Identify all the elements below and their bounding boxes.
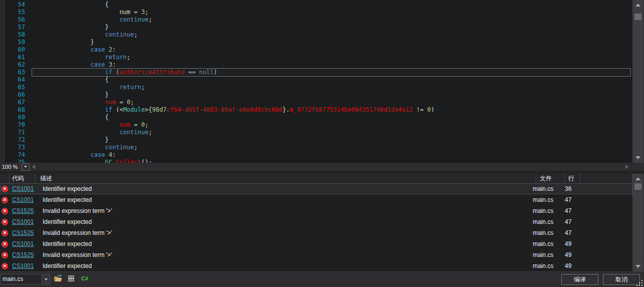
error-code-cell: CS1001 bbox=[10, 196, 38, 203]
code-line-60[interactable]: 60 case 2: bbox=[0, 46, 632, 54]
file-selector-combobox[interactable]: main.cs bbox=[0, 274, 50, 284]
open-folder-icon[interactable] bbox=[54, 274, 63, 282]
error-code-cell: CS1525 bbox=[10, 207, 38, 214]
code-text: case 3: bbox=[25, 61, 116, 69]
editor-horizontal-scrollbar[interactable]: 100 % bbox=[0, 163, 644, 171]
code-text: case 2: bbox=[25, 46, 116, 54]
error-line: 47 bbox=[561, 218, 580, 225]
error-code-cell: CS1001 bbox=[10, 185, 38, 192]
csharp-icon[interactable]: C# bbox=[80, 274, 89, 282]
error-file: main.cs bbox=[529, 207, 561, 214]
error-code-link[interactable]: CS1001 bbox=[12, 240, 34, 247]
error-code-link[interactable]: CS1001 bbox=[12, 196, 34, 203]
error-row[interactable]: ✕CS1525Invalid expression term '>'main.c… bbox=[0, 205, 632, 216]
error-code-link[interactable]: CS1001 bbox=[12, 262, 34, 269]
code-lines[interactable]: 54 {55 num = 3;56 continue;57 }58 contin… bbox=[0, 1, 632, 163]
error-list-vertical-scrollbar[interactable] bbox=[632, 174, 643, 271]
scroll-up-icon[interactable] bbox=[632, 1, 643, 9]
code-line-65[interactable]: 65 return; bbox=[0, 84, 632, 91]
code-line-63[interactable]: 63 if (authorizeAttribute == null) bbox=[0, 69, 632, 76]
resize-grip[interactable] bbox=[636, 280, 642, 286]
code-line-64[interactable]: 64 { bbox=[0, 76, 632, 84]
cancel-button[interactable]: 取消 bbox=[603, 274, 640, 285]
code-text: continue; bbox=[25, 129, 152, 136]
error-code-link[interactable]: CS1001 bbox=[12, 218, 34, 225]
error-icon: ✕ bbox=[2, 252, 8, 258]
header-line[interactable]: 行 bbox=[565, 174, 580, 183]
header-blank bbox=[580, 174, 632, 183]
error-file: main.cs bbox=[529, 196, 561, 203]
error-row[interactable]: ✕CS1001Identifier expectedmain.cs47 bbox=[0, 216, 632, 227]
error-row[interactable]: ✕CS1001Identifier expectedmain.cs49 bbox=[0, 238, 632, 249]
code-line-67[interactable]: 67 num = 0; bbox=[0, 99, 632, 106]
error-code-cell: CS1525 bbox=[10, 229, 38, 236]
line-number: 64 bbox=[0, 76, 25, 84]
zoom-level-combobox[interactable]: 100 % bbox=[0, 163, 30, 171]
line-number: 61 bbox=[0, 54, 25, 61]
assembly-references-icon[interactable] bbox=[67, 274, 76, 282]
header-code[interactable]: 代码 bbox=[10, 174, 36, 183]
header-description[interactable]: 描述 bbox=[36, 174, 536, 183]
error-icon-cell: ✕ bbox=[0, 186, 10, 192]
code-line-71[interactable]: 71 continue; bbox=[0, 129, 632, 136]
error-row[interactable]: ✕CS1001Identifier expectedmain.cs47 bbox=[0, 194, 632, 205]
code-line-57[interactable]: 57 } bbox=[0, 24, 632, 31]
error-description: Identifier expected bbox=[38, 196, 529, 203]
code-line-66[interactable]: 66 } bbox=[0, 91, 632, 99]
error-row[interactable]: ✕CS1001Identifier expectedmain.cs36 bbox=[0, 183, 632, 194]
zoom-dropdown-button[interactable] bbox=[22, 163, 30, 171]
code-line-72[interactable]: 72 } bbox=[0, 136, 632, 144]
editor-vertical-scrollbar[interactable] bbox=[632, 0, 643, 163]
error-file: main.cs bbox=[529, 262, 561, 269]
error-row[interactable]: ✕CS1525Invalid expression term '>'main.c… bbox=[0, 249, 632, 260]
code-line-54[interactable]: 54 { bbox=[0, 1, 632, 9]
scroll-up-icon[interactable] bbox=[632, 175, 643, 183]
code-editor[interactable]: 54 {55 num = 3;56 continue;57 }58 contin… bbox=[0, 0, 632, 163]
code-line-58[interactable]: 58 continue; bbox=[0, 31, 632, 39]
code-text: } bbox=[25, 24, 109, 31]
error-file: main.cs bbox=[529, 240, 561, 247]
line-number: 62 bbox=[0, 61, 25, 69]
error-line: 49 bbox=[561, 251, 580, 258]
code-line-73[interactable]: 73 continue; bbox=[0, 144, 632, 151]
error-code-link[interactable]: CS1001 bbox=[12, 185, 34, 192]
code-line-56[interactable]: 56 continue; bbox=[0, 16, 632, 24]
error-code-link[interactable]: CS1525 bbox=[12, 251, 34, 258]
error-row[interactable]: ✕CS1001Identifier expectedmain.cs49 bbox=[0, 260, 632, 271]
error-list: 代码 描述 文件 行 ✕CS1001Identifier expectedmai… bbox=[0, 174, 632, 271]
csharp-label: C# bbox=[81, 275, 88, 281]
error-icon: ✕ bbox=[2, 197, 8, 203]
combobox-dropdown-button[interactable] bbox=[42, 274, 50, 284]
code-line-75[interactable]: 75 GC.Collect(); bbox=[0, 159, 632, 163]
code-line-62[interactable]: 62 case 3: bbox=[0, 61, 632, 69]
line-number: 59 bbox=[0, 39, 25, 46]
line-number: 67 bbox=[0, 99, 25, 106]
scroll-down-icon[interactable] bbox=[632, 262, 643, 270]
code-line-61[interactable]: 61 return; bbox=[0, 54, 632, 61]
compile-button[interactable]: 编译 bbox=[561, 274, 598, 285]
code-line-55[interactable]: 55 num = 3; bbox=[0, 9, 632, 16]
code-text: continue; bbox=[25, 31, 138, 39]
scroll-right-icon[interactable] bbox=[625, 164, 628, 169]
error-line: 49 bbox=[561, 240, 580, 247]
error-row[interactable]: ✕CS1525Invalid expression term '>'main.c… bbox=[0, 227, 632, 238]
error-icon: ✕ bbox=[2, 241, 8, 247]
header-file[interactable]: 文件 bbox=[536, 174, 565, 183]
error-line: 36 bbox=[561, 185, 580, 192]
error-code-link[interactable]: CS1525 bbox=[12, 229, 34, 236]
scroll-down-icon[interactable] bbox=[632, 154, 643, 162]
error-code-cell: CS1001 bbox=[10, 218, 38, 225]
code-line-69[interactable]: 69 { bbox=[0, 114, 632, 121]
scroll-left-icon[interactable] bbox=[32, 164, 35, 169]
code-line-59[interactable]: 59 } bbox=[0, 39, 632, 46]
line-number: 69 bbox=[0, 114, 25, 121]
error-code-link[interactable]: CS1525 bbox=[12, 207, 34, 214]
error-list-scrollbar-thumb[interactable] bbox=[634, 183, 641, 190]
error-icon: ✕ bbox=[2, 230, 8, 236]
code-line-70[interactable]: 70 num = 0; bbox=[0, 121, 632, 129]
editor-scrollbar-thumb[interactable] bbox=[634, 14, 641, 20]
code-line-68[interactable]: 68 if (<Module>{98d7cf64-d85f-4883-89af-… bbox=[0, 106, 632, 114]
line-number: 58 bbox=[0, 31, 25, 39]
error-icon: ✕ bbox=[2, 219, 8, 225]
code-line-74[interactable]: 74 case 4: bbox=[0, 151, 632, 159]
